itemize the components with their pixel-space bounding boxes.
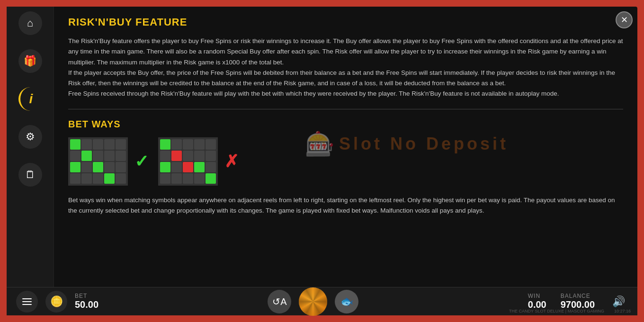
info-icon: i: [29, 91, 33, 107]
grid-cell: [116, 162, 126, 172]
feature-title: RISK'N'BUY FEATURE: [68, 16, 623, 28]
balance-label: BALANCE: [561, 293, 590, 299]
grid-cell: [206, 173, 216, 184]
bet-ways-grids: ✓: [68, 137, 623, 186]
grid-cell: [81, 162, 92, 172]
grid-cell: [70, 139, 80, 150]
sidebar: ⌂ 🎁 i ⚙ 🗒: [7, 7, 54, 287]
grid-cell: [171, 139, 182, 150]
home-icon: ⌂: [27, 17, 33, 29]
check-mark-icon: ✓: [134, 152, 149, 171]
grid-cell: [194, 162, 205, 172]
gear-icon: ⚙: [26, 131, 35, 143]
bottom-center: ↺A 🐟: [98, 287, 528, 316]
bet-info: BET 50.00: [75, 293, 98, 310]
coins-icon: 🪙: [50, 295, 63, 308]
win-label: WIN: [528, 293, 540, 299]
bet-ways-description: Bet ways win when matching symbols appea…: [68, 195, 623, 216]
grid-cell: [93, 151, 103, 161]
grid-cell: [70, 173, 80, 184]
feature-description: The Risk'n'Buy feature offers the player…: [68, 36, 623, 99]
grid-cell: [116, 139, 126, 150]
grid-cell: [171, 162, 182, 172]
grid-cell: [104, 162, 115, 172]
bottom-bar: 🪙 BET 50.00 ↺A 🐟 WIN 0.00: [7, 287, 637, 315]
autoplay-button[interactable]: ↺A: [268, 290, 291, 313]
grid-cell: [183, 173, 193, 184]
grid-cell: [183, 162, 193, 172]
grid-cell: [194, 151, 205, 161]
fish-icon: 🐟: [340, 295, 353, 308]
time-display: 10:27:16: [614, 309, 631, 313]
cross-mark-icon: ✗: [224, 152, 239, 171]
content-area: RISK'N'BUY FEATURE The Risk'n'Buy featur…: [54, 7, 637, 287]
grid-cell: [81, 151, 92, 161]
grid-cell: [116, 151, 126, 161]
grid-cell: [93, 173, 103, 184]
main-container: ⌂ 🎁 i ⚙ 🗒 ✕ RISK'N'BUY FEATURE The Risk'…: [7, 7, 637, 315]
gift-icon: 🎁: [24, 55, 36, 67]
bet-label: BET: [75, 293, 87, 299]
grid-cell: [171, 151, 182, 161]
info-button[interactable]: i: [18, 87, 42, 111]
menu-button[interactable]: [16, 291, 38, 313]
invalid-grid: [158, 137, 218, 186]
grid-cell: [160, 162, 170, 172]
home-button[interactable]: ⌂: [18, 11, 42, 35]
autoplay-icon: ↺A: [272, 296, 286, 307]
grid-cell: [194, 173, 205, 184]
grid-cell: [183, 139, 193, 150]
grid-cell: [70, 151, 80, 161]
grid-cell: [104, 139, 115, 150]
grid-cell: [104, 151, 115, 161]
grid-cell: [104, 173, 115, 184]
spin-button[interactable]: [299, 287, 327, 316]
win-info: WIN 0.00: [528, 293, 546, 310]
game-info-small: THE CANDY SLOT DELUXE | MASCOT GAMING: [509, 309, 604, 313]
grid-cell: [81, 139, 92, 150]
settings-button[interactable]: ⚙: [18, 125, 42, 149]
balance-info: BALANCE 9700.00: [561, 293, 595, 310]
hamburger-icon: [22, 298, 32, 305]
grid-cell: [70, 162, 80, 172]
grid-cell: [194, 139, 205, 150]
gift-button[interactable]: 🎁: [18, 49, 42, 73]
bet-value: 50.00: [75, 299, 98, 310]
grid-cell: [183, 151, 193, 161]
grid-cell: [206, 139, 216, 150]
grid-cell: [81, 173, 92, 184]
valid-grid-container: ✓: [68, 137, 149, 186]
grid-cell: [160, 139, 170, 150]
grid-cell: [116, 173, 126, 184]
close-button[interactable]: ✕: [616, 11, 633, 28]
grid-cell: [206, 162, 216, 172]
bottom-right: WIN 0.00 BALANCE 9700.00 🔊: [528, 292, 628, 311]
grid-cell: [93, 139, 103, 150]
bottom-left: 🪙 BET 50.00: [16, 291, 98, 313]
document-button[interactable]: 🗒: [18, 163, 42, 187]
divider: [68, 109, 623, 109]
sound-button[interactable]: 🔊: [609, 292, 628, 311]
valid-grid: [68, 137, 128, 186]
document-icon: 🗒: [25, 169, 36, 181]
invalid-grid-container: ✗: [158, 137, 239, 186]
grid-cell: [160, 151, 170, 161]
fish-button[interactable]: 🐟: [335, 290, 358, 313]
grid-cell: [93, 162, 103, 172]
sound-icon: 🔊: [612, 295, 625, 308]
bet-ways-title: BET WAYS: [68, 119, 623, 130]
grid-cell: [171, 173, 182, 184]
spin-icon: [299, 287, 327, 316]
grid-cell: [160, 173, 170, 184]
grid-cell: [206, 151, 216, 161]
coins-button[interactable]: 🪙: [45, 291, 67, 313]
